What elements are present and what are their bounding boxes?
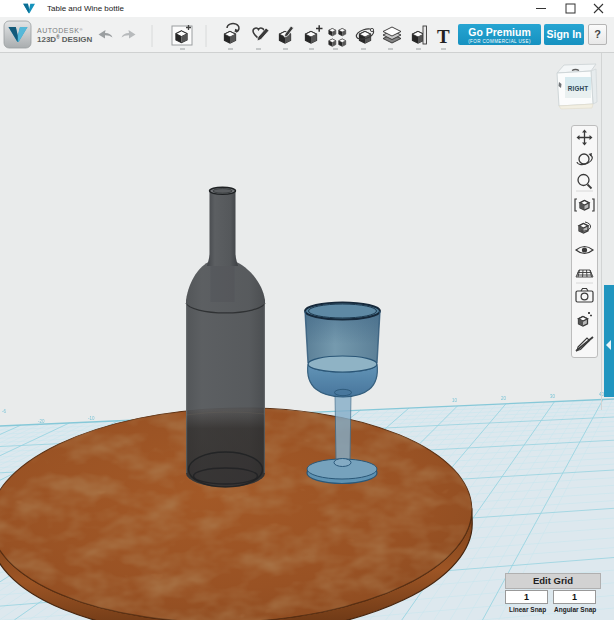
- svg-text:T: T: [437, 26, 450, 47]
- svg-text:-10: -10: [88, 416, 95, 421]
- svg-text:123D® DESIGN: 123D® DESIGN: [37, 34, 93, 44]
- svg-text:RIGHT: RIGHT: [568, 85, 589, 92]
- svg-text:AUTODESK®: AUTODESK®: [37, 27, 83, 34]
- svg-text:-20: -20: [38, 419, 45, 424]
- svg-text:30: 30: [550, 394, 556, 399]
- svg-text:20: 20: [501, 396, 507, 401]
- svg-text:10: 10: [452, 398, 458, 403]
- svg-text:-6: -6: [2, 409, 6, 414]
